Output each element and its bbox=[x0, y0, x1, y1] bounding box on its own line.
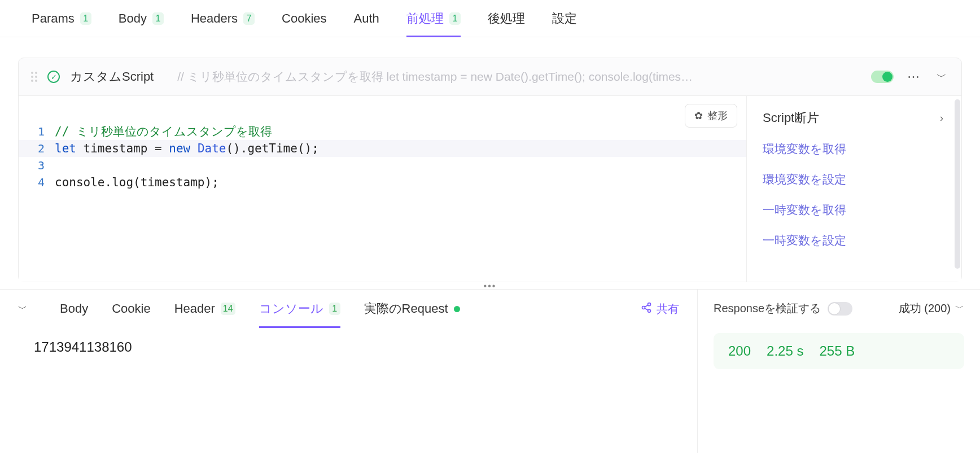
tab-preprocess-count: 1 bbox=[449, 12, 461, 25]
tab-params-label: Params bbox=[32, 11, 75, 26]
gutter-4: 4 bbox=[19, 176, 55, 189]
tab-preprocess-label: 前処理 bbox=[406, 10, 444, 27]
code-line-2: let timestamp = new Date().getTime(); bbox=[55, 142, 319, 155]
status-text: 成功 (200) bbox=[899, 301, 951, 316]
script-enabled-toggle[interactable] bbox=[871, 71, 894, 83]
tab-auth[interactable]: Auth bbox=[354, 0, 379, 37]
tab-postprocess[interactable]: 後処理 bbox=[488, 0, 525, 37]
more-icon[interactable]: ⋯ bbox=[904, 69, 924, 84]
tab-params[interactable]: Params 1 bbox=[32, 0, 91, 37]
resp-tab-header[interactable]: Header 14 bbox=[174, 290, 235, 328]
response-right: Responseを検証する 成功 (200) ﹀ 200 2.25 s 255 … bbox=[698, 290, 980, 453]
dot-icon bbox=[454, 306, 460, 312]
svg-point-0 bbox=[648, 303, 651, 305]
collapse-icon[interactable]: ﹀ bbox=[18, 303, 27, 315]
response-metrics: 200 2.25 s 255 B bbox=[714, 333, 964, 369]
svg-line-4 bbox=[645, 308, 648, 310]
share-icon bbox=[641, 302, 652, 316]
chevron-down-icon: ﹀ bbox=[955, 303, 964, 314]
response-area: ﹀ Body Cookie Header 14 コンソール 1 実際のReque… bbox=[0, 289, 980, 453]
script-block: ✓ カスタムScript // ミリ秒単位のタイムスタンプを取得 let tim… bbox=[18, 58, 962, 282]
resp-tab-actual[interactable]: 実際のRequest bbox=[364, 290, 460, 328]
resp-tab-console-count: 1 bbox=[329, 303, 340, 315]
resp-tab-console-label: コンソール bbox=[259, 300, 323, 317]
gutter-1: 1 bbox=[19, 125, 55, 138]
gutter-3: 3 bbox=[19, 159, 55, 172]
tab-cookies[interactable]: Cookies bbox=[282, 0, 326, 37]
code-area: 1 // ミリ秒単位のタイムスタンプを取得 2 let timestamp = … bbox=[19, 99, 746, 191]
verify-label: Responseを検証する bbox=[714, 301, 821, 316]
tab-cookies-label: Cookies bbox=[282, 11, 326, 26]
scrollbar[interactable] bbox=[955, 99, 960, 269]
tab-body-label: Body bbox=[119, 11, 147, 26]
tab-headers-label: Headers bbox=[191, 11, 238, 26]
resizer-handle[interactable]: ••• bbox=[0, 281, 980, 289]
tab-body-count: 1 bbox=[152, 12, 164, 25]
console-output: 1713941138160 bbox=[0, 328, 697, 366]
code-line-4: console.log(timestamp); bbox=[55, 176, 219, 189]
tab-body[interactable]: Body 1 bbox=[119, 0, 164, 37]
snippet-panel: Script断片 › 環境変数を取得 環境変数を設定 一時変数を取得 一時変数を… bbox=[747, 96, 961, 282]
chevron-right-icon[interactable]: › bbox=[938, 112, 946, 124]
script-title: カスタムScript bbox=[70, 68, 154, 85]
resp-tab-cookie-label: Cookie bbox=[112, 301, 150, 316]
resp-tab-body-label: Body bbox=[60, 301, 88, 316]
svg-point-1 bbox=[642, 306, 645, 309]
request-tabs: Params 1 Body 1 Headers 7 Cookies Auth 前… bbox=[0, 0, 980, 37]
tab-settings-label: 設定 bbox=[552, 10, 577, 27]
snippet-set-temp[interactable]: 一時変数を設定 bbox=[763, 233, 946, 248]
code-line-1: // ミリ秒単位のタイムスタンプを取得 bbox=[55, 125, 272, 138]
share-label: 共有 bbox=[657, 301, 679, 317]
resp-tab-actual-label: 実際のRequest bbox=[364, 300, 448, 317]
share-button[interactable]: 共有 bbox=[641, 301, 679, 317]
metric-time: 2.25 s bbox=[767, 343, 803, 359]
tab-headers[interactable]: Headers 7 bbox=[191, 0, 255, 37]
tab-auth-label: Auth bbox=[354, 11, 379, 26]
verify-toggle[interactable] bbox=[828, 302, 852, 316]
snippet-get-env[interactable]: 環境変数を取得 bbox=[763, 141, 946, 157]
resp-tab-body[interactable]: Body bbox=[60, 290, 88, 328]
tab-preprocess[interactable]: 前処理 1 bbox=[406, 0, 461, 37]
svg-line-3 bbox=[645, 305, 648, 307]
editor-row: ✿ 整形 1 // ミリ秒単位のタイムスタンプを取得 2 let timesta… bbox=[19, 95, 961, 282]
resp-tab-console[interactable]: コンソール 1 bbox=[259, 290, 340, 328]
code-editor[interactable]: ✿ 整形 1 // ミリ秒単位のタイムスタンプを取得 2 let timesta… bbox=[19, 96, 747, 282]
gutter-2: 2 bbox=[19, 142, 55, 155]
tab-headers-count: 7 bbox=[243, 12, 255, 25]
snippet-title: Script断片 bbox=[763, 110, 819, 126]
format-button[interactable]: ✿ 整形 bbox=[685, 104, 737, 128]
metric-status-code: 200 bbox=[728, 343, 751, 359]
format-icon: ✿ bbox=[694, 110, 703, 122]
response-left: ﹀ Body Cookie Header 14 コンソール 1 実際のReque… bbox=[0, 290, 698, 453]
metric-size: 255 B bbox=[819, 343, 855, 359]
tab-params-count: 1 bbox=[80, 12, 91, 25]
snippet-set-env[interactable]: 環境変数を設定 bbox=[763, 172, 946, 187]
status-dropdown[interactable]: 成功 (200) ﹀ bbox=[899, 301, 964, 316]
script-preview: // ミリ秒単位のタイムスタンプを取得 let timestamp = new … bbox=[177, 69, 861, 85]
snippet-get-temp[interactable]: 一時変数を取得 bbox=[763, 202, 946, 218]
resp-tab-cookie[interactable]: Cookie bbox=[112, 290, 150, 328]
chevron-down-icon[interactable]: ﹀ bbox=[934, 70, 949, 84]
resp-tab-header-count: 14 bbox=[221, 303, 235, 315]
tab-settings[interactable]: 設定 bbox=[552, 0, 577, 37]
script-header: ✓ カスタムScript // ミリ秒単位のタイムスタンプを取得 let tim… bbox=[19, 58, 961, 95]
drag-handle-icon[interactable] bbox=[31, 72, 37, 82]
tab-postprocess-label: 後処理 bbox=[488, 10, 525, 27]
response-tabs: ﹀ Body Cookie Header 14 コンソール 1 実際のReque… bbox=[0, 290, 697, 328]
resp-tab-header-label: Header bbox=[174, 301, 215, 316]
enabled-check-icon: ✓ bbox=[47, 71, 60, 83]
svg-point-2 bbox=[648, 309, 651, 312]
format-label: 整形 bbox=[707, 109, 728, 122]
